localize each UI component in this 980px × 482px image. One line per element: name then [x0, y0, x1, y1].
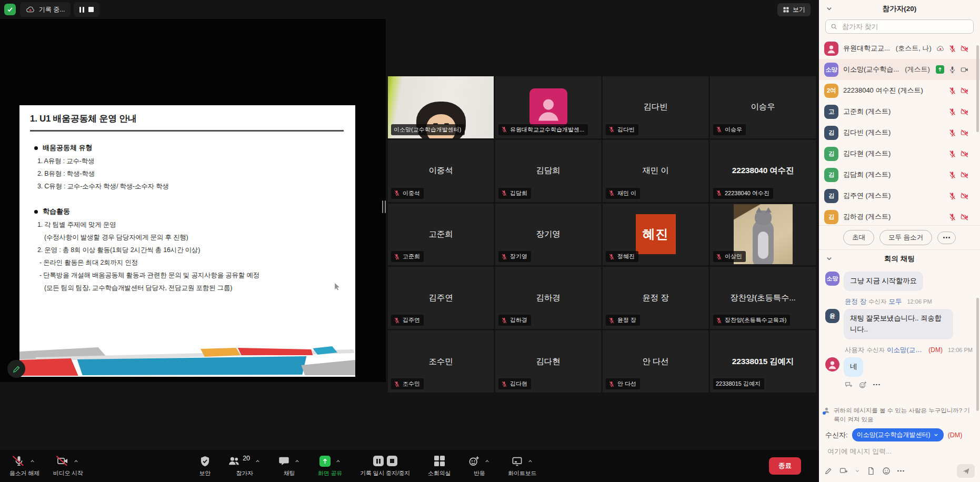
chat-message-header: 사용자수신자이소망(교수...(DM)12:06 PM — [845, 346, 973, 355]
toolbar-reactions-button[interactable]: 반응 — [468, 455, 490, 477]
toolbar-record-pause-stop-button[interactable]: 기록 일시 중지/중지 — [360, 455, 410, 477]
mic-muted-icon — [716, 254, 722, 260]
stop-recording-button[interactable] — [88, 7, 94, 12]
toolbar-share-screen-button[interactable]: 화면 공유 — [318, 455, 342, 477]
video-tile[interactable]: 김하경김하경 — [495, 267, 601, 329]
mic-muted-icon — [501, 126, 507, 133]
video-tile[interactable]: 22238040 여수진22238040 여수진 — [710, 140, 816, 202]
chat-scrollbar[interactable] — [976, 298, 979, 411]
participant-search[interactable] — [825, 19, 974, 34]
chevron-up-icon[interactable] — [527, 458, 533, 464]
slide-title-rule — [30, 130, 344, 132]
video-tile[interactable]: 안 다선안 다선 — [603, 330, 708, 393]
participant-name: 김담희 (게스트) — [843, 170, 891, 179]
mic-muted-icon — [608, 190, 615, 196]
video-tile[interactable]: 이중석이중석 — [388, 140, 494, 202]
video-tile[interactable]: 김담희김담희 — [495, 140, 601, 202]
recording-label: 기록 중... — [39, 5, 65, 14]
video-tile[interactable]: 이소망(교수학습개발센터) — [388, 76, 494, 138]
file-icon[interactable] — [867, 467, 875, 475]
video-tile[interactable]: 김다현김다현 — [495, 330, 601, 393]
video-tile[interactable]: 조수민조수민 — [388, 330, 494, 393]
video-tile-label: 윤정 장 — [606, 315, 640, 326]
avatar: 김 — [824, 168, 838, 182]
chevron-up-icon[interactable] — [255, 458, 261, 464]
video-tile[interactable]: 혜진정혜진 — [603, 204, 708, 266]
video-tile-label: 김주연 — [391, 315, 424, 326]
participants-more-button[interactable] — [937, 232, 956, 244]
presentation-slide: 1. U1 배움공동체 운영 안내 배움공동체 유형1. A유형 : 교수-학생… — [19, 105, 355, 377]
toolbar-start-video-button[interactable]: 비디오 시작 — [53, 455, 83, 477]
participant-row[interactable]: 김김다현 (게스트) — [819, 143, 980, 164]
mic-muted-icon — [948, 108, 956, 116]
chevron-up-icon[interactable] — [73, 458, 79, 464]
toolbar-label: 비디오 시작 — [53, 469, 83, 477]
participant-search-input[interactable] — [841, 22, 968, 31]
participants-scrollbar[interactable] — [976, 45, 979, 132]
recipient-name: 이소망(교수학습개발센터) — [857, 430, 931, 439]
recipient-selector[interactable]: 이소망(교수학습개발센터) — [852, 428, 944, 441]
video-tile[interactable]: 고준희고준희 — [388, 204, 494, 266]
format-pencil-icon[interactable] — [824, 467, 833, 475]
toolbar-breakout-rooms-button[interactable]: 소회의실 — [428, 455, 451, 477]
participant-row[interactable]: 소망이소망(교수학습...(게스트) — [819, 59, 980, 80]
participants-panel-header: 참가자(20) — [819, 0, 980, 18]
reply-icon[interactable] — [845, 381, 853, 389]
participant-row[interactable]: 김김담희 (게스트) — [819, 164, 980, 185]
more-icon[interactable] — [873, 381, 880, 388]
pause-recording-button[interactable] — [79, 7, 84, 13]
chevron-up-icon[interactable] — [29, 458, 35, 464]
chevron-up-icon[interactable] — [335, 458, 341, 464]
video-tile[interactable]: 김다빈김다빈 — [603, 76, 708, 138]
bottom-toolbar: 음소거 해제비디오 시작 보안20참가자채팅화면 공유기록 일시 중지/중지소회… — [0, 450, 819, 482]
view-button[interactable]: 보기 — [777, 3, 811, 16]
profile-avatar — [529, 88, 567, 126]
video-tile[interactable]: 장찬양(초등특수...장찬양(초등특수교육과) — [710, 267, 816, 329]
video-tile[interactable]: 이상민 — [710, 204, 816, 266]
participant-row[interactable]: 김김다빈 (게스트) — [819, 122, 980, 143]
screenshot-icon[interactable] — [839, 467, 848, 475]
collapse-chevron-icon[interactable] — [825, 5, 833, 13]
participant-row[interactable]: 고고준희 (게스트) — [819, 101, 980, 122]
add-emoji-icon[interactable] — [859, 381, 867, 389]
toolbar-chat-button[interactable]: 채팅 — [278, 455, 300, 477]
video-tile[interactable]: 22338015 김예지22338015 김예지 — [710, 330, 816, 393]
video-tile[interactable]: 윤정 장윤정 장 — [603, 267, 708, 329]
video-tile[interactable]: 이승우이승우 — [710, 76, 816, 138]
collapse-chevron-icon[interactable] — [825, 255, 833, 263]
annotate-button[interactable] — [7, 360, 25, 378]
toolbar-label: 보안 — [199, 469, 211, 477]
video-tile-label: 22338015 김예지 — [713, 378, 764, 389]
video-tile-label: 김하경 — [498, 315, 531, 326]
chat-privacy-notice: 귀하의 메시지를 볼 수 있는 사람은 누구입니까? 기록이 켜져 있음 — [823, 406, 974, 424]
pane-resize-handle[interactable] — [380, 197, 387, 217]
chat-message-input[interactable] — [826, 447, 973, 456]
mic-muted-icon — [501, 317, 507, 324]
participant-row[interactable]: 김김주연 (게스트) — [819, 185, 980, 206]
chevron-up-icon[interactable] — [484, 458, 490, 464]
participant-row[interactable]: 유원대학교교...(호스트, 나) — [819, 38, 980, 59]
mic-muted-icon — [948, 45, 956, 53]
send-button[interactable] — [957, 464, 975, 478]
video-tile[interactable]: 장기영장기영 — [495, 204, 601, 266]
end-meeting-button[interactable]: 종료 — [769, 457, 801, 475]
emoji-icon[interactable] — [882, 467, 891, 475]
right-sidebar: 참가자(20) 유원대학교교...(호스트, 나)소망이소망(교수학습...(게… — [819, 0, 980, 482]
video-tile[interactable]: 유원대학교교수학습개발센... — [495, 76, 601, 138]
chat-panel-header: 회의 채팅 — [819, 249, 980, 267]
chevron-up-icon[interactable] — [294, 458, 300, 464]
toolbar-participants-button[interactable]: 20참가자 — [228, 455, 261, 477]
invite-button[interactable]: 초대 — [843, 230, 874, 245]
toolbar-label: 채팅 — [284, 469, 295, 477]
chevron-down-icon[interactable] — [855, 468, 860, 474]
participant-row[interactable]: 2여22238040 여수진 (게스트) — [819, 80, 980, 101]
video-tile[interactable]: 재민 이재민 이 — [603, 140, 708, 202]
more-icon[interactable] — [897, 468, 904, 474]
toolbar-security-button[interactable]: 보안 — [199, 455, 211, 477]
mute-all-button[interactable]: 모두 음소거 — [879, 230, 932, 245]
toolbar-unmute-button[interactable]: 음소거 해제 — [9, 455, 39, 477]
participant-row[interactable]: 김김하경 (게스트) — [819, 206, 980, 225]
video-tile[interactable]: 김주연김주연 — [388, 267, 494, 329]
recording-indicator: 기록 중... — [20, 2, 99, 17]
toolbar-whiteboard-button[interactable]: 화이트보드 — [508, 455, 536, 477]
